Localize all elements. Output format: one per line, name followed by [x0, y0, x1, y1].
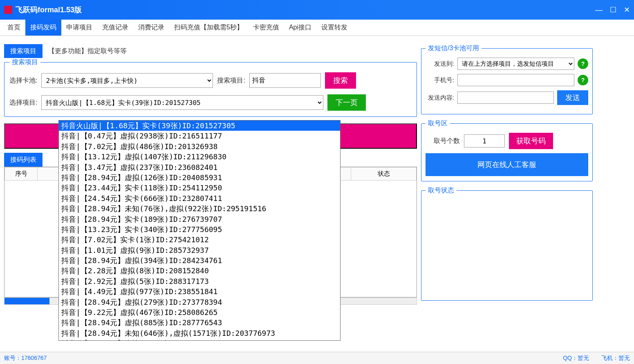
- search-legend: 搜索项目: [9, 58, 40, 67]
- dropdown-option[interactable]: 抖音|【7.02元】虚拟(486张)ID:201326938: [59, 141, 340, 152]
- dropdown-option[interactable]: 抖音|【13.12元】虚拟(1407张)ID:211296830: [59, 152, 340, 162]
- qty-input[interactable]: [464, 134, 505, 147]
- get-status-group: 取号状态: [421, 186, 593, 301]
- search-term-input[interactable]: [249, 73, 321, 88]
- tab-more-functions[interactable]: 【更多功能】指定取号等等: [43, 45, 132, 58]
- sms-legend: 发短信/3卡池可用: [426, 44, 482, 53]
- statusbar: 账号：17606767 QQ：暂无 飞机：暂无: [0, 352, 634, 364]
- dropdown-option[interactable]: 抖音|【28.94元】虚拟(279张)ID:273778394: [59, 297, 340, 307]
- sms-content-input[interactable]: [457, 92, 554, 104]
- dropdown-option[interactable]: 抖音|【2.92元】虚拟(5张)ID:288317173: [59, 276, 340, 286]
- menu-item-4[interactable]: 消费记录: [133, 20, 169, 36]
- receive-list-tab[interactable]: 接码列表: [4, 153, 43, 167]
- fly-label: 飞机：: [601, 355, 618, 361]
- dropdown-option[interactable]: 抖音|【28.94元】虚拟(885张)ID:287776543: [59, 317, 340, 328]
- fly-value: 暂无: [618, 355, 630, 361]
- dropdown-option[interactable]: 抖音|【9.22元】虚拟(467张)ID:258086265: [59, 307, 340, 317]
- project-dropdown-list[interactable]: 抖音火山版|【1.68元】实卡(39张)ID:201527305抖音|【0.47…: [58, 120, 341, 341]
- dropdown-option[interactable]: 抖音|【28.94元】未知(646张),虚拟(1571张)ID:20377697…: [59, 328, 340, 338]
- send-sms-group: 发短信/3卡池可用 发送到: 请在上方选择项目，选发短信项目 ? 手机号: ? …: [421, 44, 593, 114]
- dropdown-option[interactable]: 抖音|【28.94元】实卡(189张)ID:276739707: [59, 214, 340, 224]
- get-number-button[interactable]: 获取号码: [509, 133, 553, 149]
- app-title: 飞跃码formal1.53版: [16, 5, 82, 15]
- qq-label: QQ：: [563, 355, 578, 361]
- minimize-button[interactable]: —: [595, 6, 603, 14]
- menu-item-3[interactable]: 充值记录: [97, 20, 133, 36]
- menu-item-5[interactable]: 扫码充值【加载需5秒】: [169, 20, 248, 36]
- dropdown-option[interactable]: 抖音|【28.94元】虚拟(394张)ID:284234761: [59, 255, 340, 266]
- dropdown-option[interactable]: 抖音|【13.23元】实卡(340张)ID:277756095: [59, 224, 340, 234]
- getnum-legend: 取号区: [426, 119, 450, 128]
- sms-to-select[interactable]: 请在上方选择项目，选发短信项目: [457, 58, 574, 70]
- account-label: 账号：: [4, 355, 21, 361]
- status-legend: 取号状态: [426, 186, 457, 195]
- help-icon[interactable]: ?: [578, 75, 588, 85]
- menu-item-8[interactable]: 设置转发: [316, 20, 352, 36]
- dropdown-option[interactable]: 抖音|【23.44元】实卡(118张)ID:254112950: [59, 183, 340, 193]
- dropdown-option[interactable]: 抖音|【4.49元】虚拟(977张)ID:238551841: [59, 286, 340, 297]
- close-button[interactable]: ✕: [624, 5, 630, 14]
- menubar: 首页接码发码申请项目充值记录消费记录扫码充值【加载需5秒】卡密充值Api接口设置…: [0, 20, 634, 36]
- project-label: 选择项目:: [9, 98, 37, 107]
- help-icon[interactable]: ?: [578, 58, 588, 69]
- dropdown-option[interactable]: 抖音|【24.54元】实卡(666张)ID:232807411: [59, 193, 340, 203]
- sms-phone-label: 手机号:: [426, 76, 454, 84]
- qq-value: 暂无: [578, 355, 589, 361]
- pool-select[interactable]: 2卡池(实卡多,项目多,上卡快): [41, 73, 213, 88]
- dropdown-option[interactable]: 抖音|【2.28元】虚拟(8张)ID:208152840: [59, 266, 340, 276]
- search-term-label: 搜索项目:: [217, 76, 245, 85]
- menu-item-6[interactable]: 卡密充值: [248, 20, 284, 36]
- menu-item-0[interactable]: 首页: [2, 20, 25, 36]
- dropdown-option[interactable]: 抖音|【7.02元】实卡(1张)ID:275421012: [59, 234, 340, 245]
- dropdown-option[interactable]: 抖音|【0.47元】虚拟(2938张)ID:216511177: [59, 131, 340, 141]
- menu-item-7[interactable]: Api接口: [284, 20, 316, 36]
- dropdown-option[interactable]: 抖音|【1.01元】虚拟(9张)ID:285732937: [59, 245, 340, 255]
- table-header: 序号: [5, 167, 38, 181]
- qty-label: 取号个数: [434, 137, 460, 145]
- dropdown-option[interactable]: 抖音火山版|【1.68元】实卡(39张)ID:201527305: [59, 121, 340, 131]
- menu-item-2[interactable]: 申请项目: [61, 20, 97, 36]
- sms-phone-input[interactable]: [457, 74, 574, 86]
- table-header: 状态: [351, 167, 417, 181]
- dropdown-option[interactable]: 抖音|【3.47元】虚拟(237张)ID:236082401: [59, 162, 340, 172]
- pool-label: 选择卡池:: [9, 76, 37, 85]
- project-select[interactable]: 抖音火山版|【1.68元】实卡(39张)ID:201527305: [41, 95, 323, 110]
- search-project-group: 搜索项目 选择卡池: 2卡池(实卡多,项目多,上卡快) 搜索项目: 搜索 选择项…: [4, 58, 417, 117]
- sms-to-label: 发送到:: [426, 60, 454, 68]
- search-button[interactable]: 搜索: [325, 72, 356, 89]
- dropdown-option[interactable]: 抖音|【19.14元】虚拟(1044张)ID:226475557: [59, 338, 340, 341]
- menu-item-1[interactable]: 接码发码: [25, 20, 61, 36]
- account-value: 17606767: [21, 355, 47, 361]
- dropdown-option[interactable]: 抖音|【28.94元】虚拟(126张)ID:204085931: [59, 172, 340, 183]
- sms-content-label: 发送内容:: [426, 94, 454, 102]
- titlebar: 飞跃码formal1.53版 — ☐ ✕: [0, 0, 634, 20]
- dropdown-option[interactable]: 抖音|【28.94元】未知(76张),虚拟(922张)ID:295191516: [59, 203, 340, 214]
- tab-search-project[interactable]: 搜索项目: [4, 44, 43, 58]
- get-number-group: 取号区 取号个数 获取号码 网页在线人工客服: [421, 119, 593, 181]
- maximize-button[interactable]: ☐: [610, 5, 616, 14]
- app-icon: [4, 6, 12, 14]
- next-page-button[interactable]: 下一页: [327, 94, 366, 111]
- window-controls: — ☐ ✕: [595, 0, 630, 20]
- sms-send-button[interactable]: 发送: [557, 90, 588, 105]
- customer-service-button[interactable]: 网页在线人工客服: [426, 153, 588, 176]
